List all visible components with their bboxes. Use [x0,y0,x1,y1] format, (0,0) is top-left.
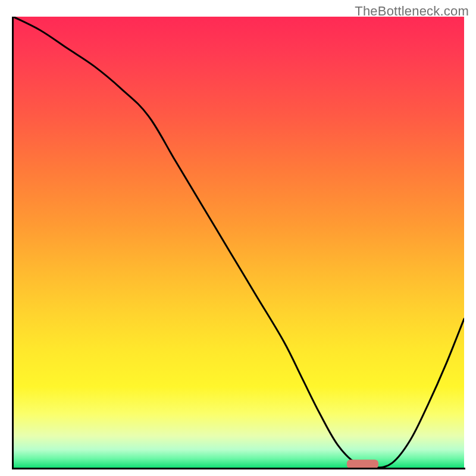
y-axis [12,17,14,469]
minimum-marker [347,459,378,468]
watermark-text: TheBottleneck.com [355,4,469,19]
x-axis [12,468,465,469]
gradient-plot-area [13,17,464,468]
marker-svg [13,17,464,468]
chart-stage: TheBottleneck.com [0,0,476,476]
